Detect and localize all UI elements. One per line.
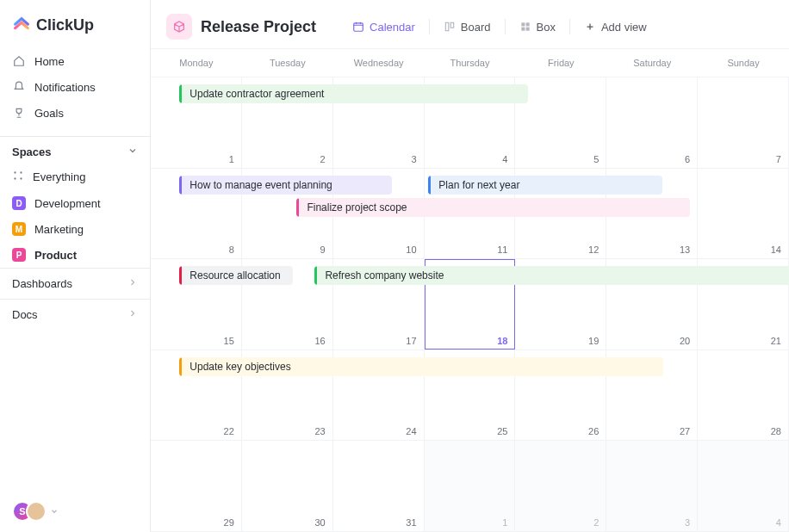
day-number: 7 [776, 154, 781, 164]
space-development[interactable]: DDevelopment [0, 190, 150, 216]
project[interactable]: Release Project [166, 14, 316, 40]
event-row: Update key objectives [154, 357, 786, 376]
weekday: Monday [151, 49, 242, 77]
tab-board[interactable]: Board [435, 15, 500, 39]
svg-rect-7 [521, 22, 525, 26]
spaces-header[interactable]: Spaces [0, 136, 150, 164]
day-cell[interactable]: 29 [151, 441, 242, 531]
avatar-image [26, 501, 47, 522]
space-product[interactable]: PProduct [0, 242, 150, 268]
event-rows: Update key objectives [151, 357, 789, 380]
project-icon [166, 14, 192, 40]
nav-docs[interactable]: Docs [0, 299, 150, 330]
logo-icon [12, 15, 31, 34]
calendar-event[interactable]: Refresh company website [314, 266, 789, 285]
calendar-week: 15161718192021Resource allocationRefresh… [151, 259, 789, 350]
chevron-down-icon [50, 504, 59, 519]
chevron-right-icon [127, 277, 138, 290]
event-row: How to manage event planningPlan for nex… [154, 176, 786, 195]
nav-main: Home Notifications Goals [0, 43, 150, 131]
user-menu[interactable]: S [0, 491, 150, 532]
event-color-bar [296, 198, 299, 217]
calendar-event[interactable]: Update contractor agreement [179, 84, 527, 103]
day-number: 15 [224, 336, 234, 346]
view-tabs: Calendar Board Box Add view [344, 15, 655, 39]
calendar-event[interactable]: Plan for next year [428, 176, 662, 195]
nav-docs-label: Docs [12, 308, 38, 321]
space-label: Marketing [34, 223, 84, 236]
day-number: 3 [411, 154, 416, 164]
add-view-label: Add view [601, 21, 647, 34]
event-title: Update key objectives [188, 361, 290, 373]
event-title: How to manage event planning [188, 179, 332, 191]
space-marketing[interactable]: MMarketing [0, 216, 150, 242]
weekday: Tuesday [242, 49, 333, 77]
svg-rect-5 [445, 22, 449, 30]
day-number: 2 [593, 517, 599, 528]
day-number: 22 [224, 426, 234, 436]
spaces-header-label: Spaces [12, 145, 52, 158]
day-number: 24 [406, 426, 416, 436]
nav-home[interactable]: Home [0, 48, 150, 74]
day-cell[interactable]: 1 [425, 441, 516, 531]
nav-goals[interactable]: Goals [0, 100, 150, 126]
day-number: 26 [588, 426, 599, 436]
svg-point-1 [20, 171, 22, 173]
event-row: Finalize project scope [154, 198, 786, 217]
day-cell[interactable]: 3 [606, 441, 698, 531]
separator [429, 19, 430, 34]
logo[interactable]: ClickUp [0, 0, 150, 43]
event-row: Update contractor agreement [154, 84, 786, 103]
day-cell[interactable]: 2 [515, 441, 606, 531]
add-view-button[interactable]: Add view [575, 15, 655, 39]
day-cell[interactable]: 30 [242, 441, 333, 531]
nav-notifications[interactable]: Notifications [0, 74, 150, 100]
day-number: 12 [588, 244, 599, 255]
day-cell[interactable]: 4 [698, 441, 789, 531]
event-title: Finalize project scope [305, 201, 407, 213]
calendar-event[interactable]: Update key objectives [179, 357, 662, 376]
day-cell[interactable]: 31 [333, 441, 425, 531]
day-number: 31 [406, 517, 416, 528]
day-number: 2 [320, 154, 326, 164]
space-badge: M [12, 222, 26, 236]
event-title: Refresh company website [323, 269, 444, 281]
calendar-week: 1234567Update contractor agreement [151, 77, 789, 169]
tab-box[interactable]: Box [511, 15, 564, 39]
svg-point-3 [20, 177, 22, 179]
calendar-event[interactable]: Resource allocation [179, 266, 293, 285]
weekday-header: MondayTuesdayWednesdayThursdayFridaySatu… [151, 49, 789, 77]
calendar-event[interactable]: How to manage event planning [179, 176, 392, 195]
board-icon [444, 21, 456, 33]
event-rows: How to manage event planningPlan for nex… [151, 176, 789, 220]
day-number: 14 [771, 244, 781, 255]
weekday: Thursday [425, 49, 516, 77]
nav-dashboards[interactable]: Dashboards [0, 268, 150, 299]
plus-icon [584, 21, 596, 33]
logo-text: ClickUp [36, 16, 94, 34]
calendar-week: 22232425262728Update key objectives [151, 350, 789, 442]
weekday: Wednesday [333, 49, 425, 77]
calendar-event[interactable]: Finalize project scope [296, 198, 690, 217]
tab-calendar-label: Calendar [370, 21, 415, 34]
space-label: Product [34, 249, 77, 262]
day-number: 1 [229, 154, 234, 164]
svg-rect-6 [450, 22, 454, 28]
svg-rect-9 [521, 28, 525, 31]
tab-board-label: Board [461, 21, 491, 34]
day-number: 21 [771, 336, 781, 346]
chevron-right-icon [127, 308, 138, 321]
day-number: 8 [229, 244, 234, 255]
space-everything[interactable]: Everything [0, 164, 150, 190]
chevron-down-icon [127, 145, 138, 158]
project-title: Release Project [201, 18, 316, 36]
day-number: 25 [497, 426, 507, 436]
day-number: 9 [320, 244, 326, 255]
tab-calendar[interactable]: Calendar [344, 15, 424, 39]
event-row: Resource allocationRefresh company websi… [154, 266, 786, 285]
calendar: MondayTuesdayWednesdayThursdayFridaySatu… [151, 49, 789, 532]
topbar: Release Project Calendar Board Box [151, 0, 789, 49]
event-color-bar [179, 357, 182, 376]
day-number: 1 [502, 517, 507, 528]
main: Release Project Calendar Board Box [151, 0, 789, 532]
